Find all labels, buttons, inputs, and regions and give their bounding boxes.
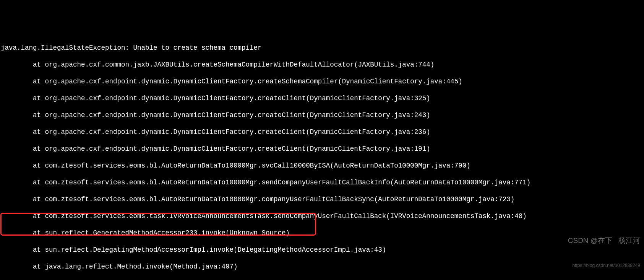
stack-frame: at com.ztesoft.services.eoms.task.IVRVoi… xyxy=(0,212,644,220)
stack-frame: at com.ztesoft.services.eoms.bl.AutoRetu… xyxy=(0,195,644,203)
stack-frame: at org.apache.cxf.endpoint.dynamic.Dynam… xyxy=(0,128,644,136)
stack-frame: at com.ztesoft.services.eoms.bl.AutoRetu… xyxy=(0,161,644,170)
exception-header: java.lang.IllegalStateException: Unable … xyxy=(0,44,644,52)
stack-frame: at org.apache.cxf.endpoint.dynamic.Dynam… xyxy=(0,77,644,86)
watermark-url: https://blog.csdn.net/u012839249 xyxy=(568,263,640,268)
stack-frame: at org.apache.cxf.endpoint.dynamic.Dynam… xyxy=(0,145,644,153)
stack-frame: at org.apache.cxf.common.jaxb.JAXBUtils.… xyxy=(0,60,644,69)
terminal-output[interactable]: java.lang.IllegalStateException: Unable … xyxy=(0,35,644,280)
stack-frame: at sun.reflect.GeneratedMethodAccessor23… xyxy=(0,229,644,237)
stack-frame: at sun.reflect.DelegatingMethodAccessorI… xyxy=(0,246,644,254)
stack-frame: at org.apache.cxf.endpoint.dynamic.Dynam… xyxy=(0,111,644,119)
watermark: CSDN @在下 杨江河 https://blog.csdn.net/u0128… xyxy=(568,219,640,277)
stack-frame: at org.apache.cxf.endpoint.dynamic.Dynam… xyxy=(0,94,644,103)
stack-frame: at com.ztesoft.services.eoms.bl.AutoRetu… xyxy=(0,178,644,187)
stack-frame: at java.lang.reflect.Method.invoke(Metho… xyxy=(0,262,644,271)
watermark-text: CSDN @在下 杨江河 xyxy=(568,236,640,245)
